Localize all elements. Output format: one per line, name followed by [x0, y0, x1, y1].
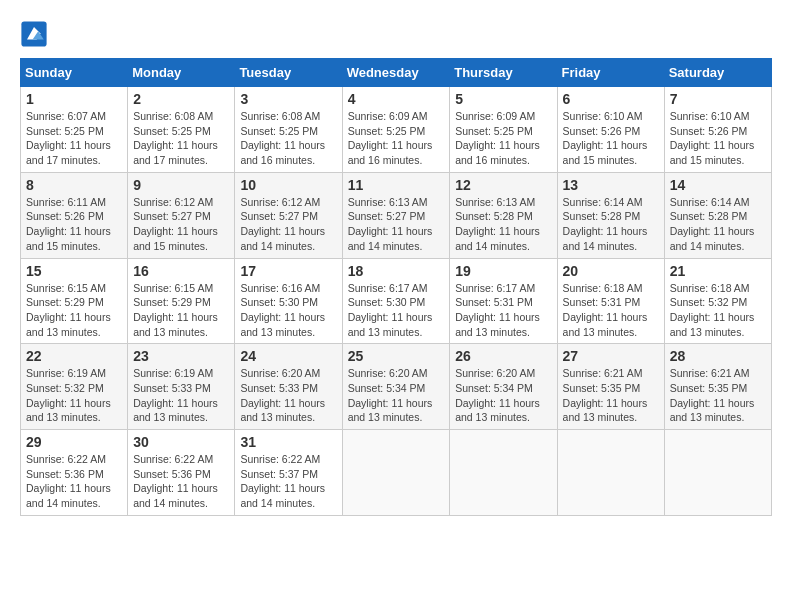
header-row: SundayMondayTuesdayWednesdayThursdayFrid…: [21, 59, 772, 87]
day-info: Sunrise: 6:08 AMSunset: 5:25 PMDaylight:…: [133, 109, 229, 168]
calendar-cell: 5 Sunrise: 6:09 AMSunset: 5:25 PMDayligh…: [450, 87, 557, 173]
calendar-cell: 25 Sunrise: 6:20 AMSunset: 5:34 PMDaylig…: [342, 344, 450, 430]
day-info: Sunrise: 6:10 AMSunset: 5:26 PMDaylight:…: [563, 109, 659, 168]
calendar-cell: 21 Sunrise: 6:18 AMSunset: 5:32 PMDaylig…: [664, 258, 771, 344]
calendar-cell: [664, 430, 771, 516]
calendar-table: SundayMondayTuesdayWednesdayThursdayFrid…: [20, 58, 772, 516]
day-number: 26: [455, 348, 551, 364]
logo: [20, 20, 52, 48]
day-info: Sunrise: 6:14 AMSunset: 5:28 PMDaylight:…: [563, 195, 659, 254]
calendar-cell: 26 Sunrise: 6:20 AMSunset: 5:34 PMDaylig…: [450, 344, 557, 430]
calendar-cell: 20 Sunrise: 6:18 AMSunset: 5:31 PMDaylig…: [557, 258, 664, 344]
calendar-week-row: 8 Sunrise: 6:11 AMSunset: 5:26 PMDayligh…: [21, 172, 772, 258]
day-number: 28: [670, 348, 766, 364]
weekday-header: Monday: [128, 59, 235, 87]
day-info: Sunrise: 6:13 AMSunset: 5:27 PMDaylight:…: [348, 195, 445, 254]
day-number: 2: [133, 91, 229, 107]
day-number: 9: [133, 177, 229, 193]
day-info: Sunrise: 6:15 AMSunset: 5:29 PMDaylight:…: [26, 281, 122, 340]
calendar-cell: 9 Sunrise: 6:12 AMSunset: 5:27 PMDayligh…: [128, 172, 235, 258]
calendar-week-row: 22 Sunrise: 6:19 AMSunset: 5:32 PMDaylig…: [21, 344, 772, 430]
calendar-cell: 2 Sunrise: 6:08 AMSunset: 5:25 PMDayligh…: [128, 87, 235, 173]
day-number: 1: [26, 91, 122, 107]
day-info: Sunrise: 6:13 AMSunset: 5:28 PMDaylight:…: [455, 195, 551, 254]
day-info: Sunrise: 6:20 AMSunset: 5:34 PMDaylight:…: [455, 366, 551, 425]
day-number: 12: [455, 177, 551, 193]
day-info: Sunrise: 6:09 AMSunset: 5:25 PMDaylight:…: [348, 109, 445, 168]
calendar-cell: 24 Sunrise: 6:20 AMSunset: 5:33 PMDaylig…: [235, 344, 342, 430]
day-number: 3: [240, 91, 336, 107]
calendar-week-row: 15 Sunrise: 6:15 AMSunset: 5:29 PMDaylig…: [21, 258, 772, 344]
logo-icon: [20, 20, 48, 48]
day-info: Sunrise: 6:22 AMSunset: 5:37 PMDaylight:…: [240, 452, 336, 511]
day-number: 16: [133, 263, 229, 279]
calendar-cell: 29 Sunrise: 6:22 AMSunset: 5:36 PMDaylig…: [21, 430, 128, 516]
calendar-cell: [342, 430, 450, 516]
weekday-header: Thursday: [450, 59, 557, 87]
day-info: Sunrise: 6:11 AMSunset: 5:26 PMDaylight:…: [26, 195, 122, 254]
day-number: 21: [670, 263, 766, 279]
day-info: Sunrise: 6:18 AMSunset: 5:32 PMDaylight:…: [670, 281, 766, 340]
calendar-cell: 16 Sunrise: 6:15 AMSunset: 5:29 PMDaylig…: [128, 258, 235, 344]
day-info: Sunrise: 6:14 AMSunset: 5:28 PMDaylight:…: [670, 195, 766, 254]
weekday-header: Sunday: [21, 59, 128, 87]
day-info: Sunrise: 6:21 AMSunset: 5:35 PMDaylight:…: [670, 366, 766, 425]
day-info: Sunrise: 6:16 AMSunset: 5:30 PMDaylight:…: [240, 281, 336, 340]
day-number: 13: [563, 177, 659, 193]
day-info: Sunrise: 6:20 AMSunset: 5:34 PMDaylight:…: [348, 366, 445, 425]
day-number: 23: [133, 348, 229, 364]
day-info: Sunrise: 6:22 AMSunset: 5:36 PMDaylight:…: [133, 452, 229, 511]
calendar-header: SundayMondayTuesdayWednesdayThursdayFrid…: [21, 59, 772, 87]
day-number: 17: [240, 263, 336, 279]
calendar-cell: 18 Sunrise: 6:17 AMSunset: 5:30 PMDaylig…: [342, 258, 450, 344]
day-info: Sunrise: 6:12 AMSunset: 5:27 PMDaylight:…: [133, 195, 229, 254]
day-info: Sunrise: 6:09 AMSunset: 5:25 PMDaylight:…: [455, 109, 551, 168]
calendar-cell: 11 Sunrise: 6:13 AMSunset: 5:27 PMDaylig…: [342, 172, 450, 258]
day-number: 10: [240, 177, 336, 193]
calendar-cell: 1 Sunrise: 6:07 AMSunset: 5:25 PMDayligh…: [21, 87, 128, 173]
day-number: 19: [455, 263, 551, 279]
day-number: 4: [348, 91, 445, 107]
day-number: 5: [455, 91, 551, 107]
day-number: 8: [26, 177, 122, 193]
day-info: Sunrise: 6:17 AMSunset: 5:30 PMDaylight:…: [348, 281, 445, 340]
calendar-cell: 7 Sunrise: 6:10 AMSunset: 5:26 PMDayligh…: [664, 87, 771, 173]
weekday-header: Saturday: [664, 59, 771, 87]
day-number: 20: [563, 263, 659, 279]
calendar-week-row: 1 Sunrise: 6:07 AMSunset: 5:25 PMDayligh…: [21, 87, 772, 173]
calendar-cell: 13 Sunrise: 6:14 AMSunset: 5:28 PMDaylig…: [557, 172, 664, 258]
day-info: Sunrise: 6:21 AMSunset: 5:35 PMDaylight:…: [563, 366, 659, 425]
calendar-cell: [557, 430, 664, 516]
calendar-cell: 14 Sunrise: 6:14 AMSunset: 5:28 PMDaylig…: [664, 172, 771, 258]
calendar-cell: 27 Sunrise: 6:21 AMSunset: 5:35 PMDaylig…: [557, 344, 664, 430]
day-number: 27: [563, 348, 659, 364]
day-info: Sunrise: 6:12 AMSunset: 5:27 PMDaylight:…: [240, 195, 336, 254]
calendar-cell: 23 Sunrise: 6:19 AMSunset: 5:33 PMDaylig…: [128, 344, 235, 430]
day-number: 14: [670, 177, 766, 193]
calendar-cell: 28 Sunrise: 6:21 AMSunset: 5:35 PMDaylig…: [664, 344, 771, 430]
day-info: Sunrise: 6:08 AMSunset: 5:25 PMDaylight:…: [240, 109, 336, 168]
day-number: 25: [348, 348, 445, 364]
calendar-cell: 30 Sunrise: 6:22 AMSunset: 5:36 PMDaylig…: [128, 430, 235, 516]
calendar-cell: [450, 430, 557, 516]
calendar-cell: 15 Sunrise: 6:15 AMSunset: 5:29 PMDaylig…: [21, 258, 128, 344]
day-number: 6: [563, 91, 659, 107]
calendar-cell: 19 Sunrise: 6:17 AMSunset: 5:31 PMDaylig…: [450, 258, 557, 344]
calendar-cell: 4 Sunrise: 6:09 AMSunset: 5:25 PMDayligh…: [342, 87, 450, 173]
day-info: Sunrise: 6:22 AMSunset: 5:36 PMDaylight:…: [26, 452, 122, 511]
day-number: 11: [348, 177, 445, 193]
calendar-cell: 17 Sunrise: 6:16 AMSunset: 5:30 PMDaylig…: [235, 258, 342, 344]
calendar-cell: 6 Sunrise: 6:10 AMSunset: 5:26 PMDayligh…: [557, 87, 664, 173]
day-info: Sunrise: 6:15 AMSunset: 5:29 PMDaylight:…: [133, 281, 229, 340]
weekday-header: Wednesday: [342, 59, 450, 87]
day-info: Sunrise: 6:19 AMSunset: 5:32 PMDaylight:…: [26, 366, 122, 425]
day-number: 7: [670, 91, 766, 107]
page-header: [20, 20, 772, 48]
day-number: 15: [26, 263, 122, 279]
weekday-header: Tuesday: [235, 59, 342, 87]
calendar-cell: 10 Sunrise: 6:12 AMSunset: 5:27 PMDaylig…: [235, 172, 342, 258]
calendar-cell: 8 Sunrise: 6:11 AMSunset: 5:26 PMDayligh…: [21, 172, 128, 258]
day-number: 22: [26, 348, 122, 364]
calendar-week-row: 29 Sunrise: 6:22 AMSunset: 5:36 PMDaylig…: [21, 430, 772, 516]
calendar-cell: 12 Sunrise: 6:13 AMSunset: 5:28 PMDaylig…: [450, 172, 557, 258]
